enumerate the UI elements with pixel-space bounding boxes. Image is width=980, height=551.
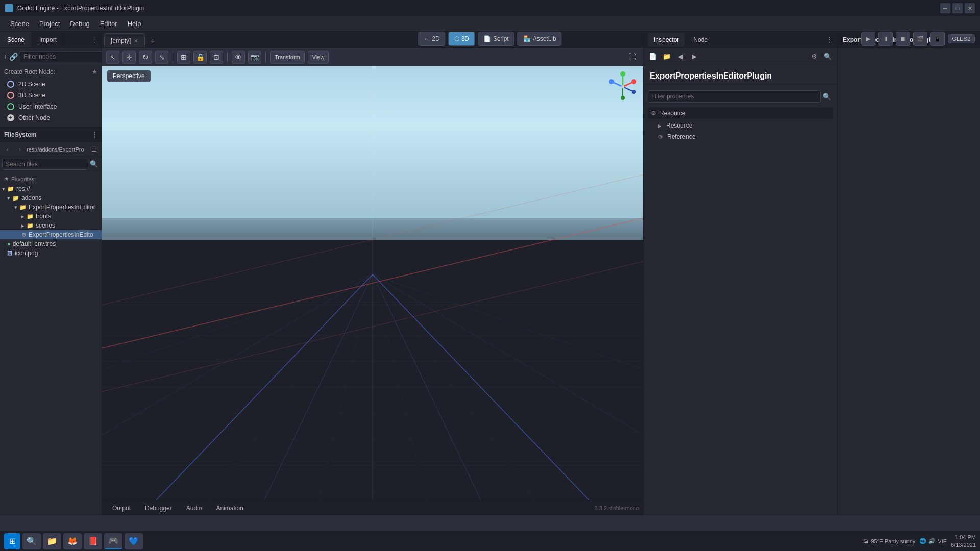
link-node-button[interactable]: 🔗 xyxy=(9,51,18,63)
fs-back-button[interactable]: ‹ xyxy=(2,144,13,155)
taskbar-vscode[interactable]: 💙 xyxy=(125,533,143,549)
node-user-interface[interactable]: User Interface xyxy=(4,101,97,112)
tab-node[interactable]: Node xyxy=(687,33,714,47)
tab-add-button[interactable]: + xyxy=(147,35,159,47)
file-item-export[interactable]: ▾ 📁 ExportPropertiesInEditor xyxy=(0,203,102,212)
view-button[interactable]: 👁 xyxy=(232,51,245,64)
pause-button[interactable]: ⏸ xyxy=(878,32,893,46)
script-button[interactable]: 📄 Script xyxy=(478,32,514,46)
prop-row-reference[interactable]: ⚙ Reference xyxy=(648,131,833,142)
stop-button[interactable]: ⏹ xyxy=(896,32,910,46)
file-item-addons[interactable]: ▾ 📁 addons xyxy=(0,193,102,203)
tab-import[interactable]: Import xyxy=(32,32,64,47)
tab-output[interactable]: Output xyxy=(106,502,137,515)
start-button[interactable]: ⊞ xyxy=(4,533,20,549)
file-item-plugin[interactable]: ⚙ ExportPropertiesInEdito xyxy=(0,230,102,239)
file-item-fronts[interactable]: ▸ 📁 fronts xyxy=(0,212,102,221)
menu-help[interactable]: Help xyxy=(122,18,146,30)
editor-tabs: [empty] × + xyxy=(102,32,643,48)
prop-section-resource: ⚙ Resource ▶ Resource ⚙ Reference xyxy=(648,108,833,142)
taskbar-firefox[interactable]: 🦊 xyxy=(63,533,82,549)
tab-animation[interactable]: Animation xyxy=(210,502,249,515)
node-2d-scene[interactable]: 2D Scene xyxy=(4,79,97,90)
mode-2d-button[interactable]: ↔ 2D xyxy=(418,32,445,46)
insp-back[interactable]: ◀ xyxy=(674,51,687,63)
file-item-res[interactable]: ▾ 📁 res:// xyxy=(0,184,102,193)
assetlib-button[interactable]: 🏪 AssetLib xyxy=(518,32,562,46)
filesystem-search-input[interactable] xyxy=(2,159,88,170)
filter-properties-input[interactable] xyxy=(648,90,821,103)
view-btn[interactable]: View xyxy=(308,51,329,64)
file-item-scenes[interactable]: ▸ 📁 scenes xyxy=(0,221,102,230)
tab-scene[interactable]: Scene xyxy=(0,32,32,47)
mode-3d-button[interactable]: ⬡ 3D xyxy=(449,32,475,46)
snap-button[interactable]: 🔒 xyxy=(193,51,207,64)
gizmo-widget[interactable] xyxy=(607,71,638,102)
img-icon: 🖼 xyxy=(7,250,13,256)
menu-editor[interactable]: Editor xyxy=(95,18,122,30)
gles-badge: GLES2 xyxy=(948,34,975,43)
weather-widget: 🌤 95°F Partly sunny xyxy=(863,538,915,544)
taskbar-acrobat[interactable]: 📕 xyxy=(84,533,102,549)
perspective-label[interactable]: Perspective xyxy=(107,70,151,82)
taskbar-right: 🌤 95°F Partly sunny 🌐 🔊 VIE 1:04 PM 6/13… xyxy=(863,534,976,548)
filter-search-icon[interactable]: 🔍 xyxy=(821,90,833,103)
fullscreen-button[interactable]: ⛶ xyxy=(626,51,639,64)
collapse-icon-export: ▾ xyxy=(14,204,17,211)
create-root-star[interactable]: ★ xyxy=(92,68,97,76)
tab-audio[interactable]: Audio xyxy=(180,502,208,515)
minimize-button[interactable]: ─ xyxy=(940,3,950,13)
menu-scene[interactable]: Scene xyxy=(5,18,34,30)
taskbar-search[interactable]: 🔍 xyxy=(22,533,41,549)
menu-debug[interactable]: Debug xyxy=(65,18,94,30)
rotate-tool-button[interactable]: ↻ xyxy=(139,51,152,64)
filesystem-more[interactable]: ⋮ xyxy=(91,131,97,138)
fs-forward-button[interactable]: › xyxy=(14,144,26,155)
file-item-env[interactable]: ● default_env.tres xyxy=(0,239,102,248)
taskbar-files[interactable]: 📁 xyxy=(43,533,61,549)
play-button[interactable]: ▶ xyxy=(861,32,875,46)
folder-icon-export: 📁 xyxy=(19,204,27,211)
insp-history-back[interactable]: 📄 xyxy=(647,51,659,63)
scene-tabs-more[interactable]: ⋮ xyxy=(87,32,102,47)
tab-close-button[interactable]: × xyxy=(134,37,138,45)
insp-settings[interactable]: ⚙ xyxy=(808,51,820,63)
weather-temp: 95°F Partly sunny xyxy=(871,538,915,544)
tab-debugger[interactable]: Debugger xyxy=(139,502,178,515)
transform-button[interactable]: Transform xyxy=(270,51,305,64)
prop-section-resource-header[interactable]: ⚙ Resource xyxy=(648,108,833,119)
close-button[interactable]: ✕ xyxy=(965,3,975,13)
filter-nodes-input[interactable] xyxy=(20,51,104,62)
add-node-button[interactable]: + xyxy=(3,51,7,63)
insp-search[interactable]: 🔍 xyxy=(822,51,834,63)
camera-button[interactable]: 📷 xyxy=(248,51,261,64)
prop-label-resource: Resource xyxy=(666,122,692,129)
filesystem-search-button[interactable]: 🔍 xyxy=(88,159,100,170)
editor-tab-empty[interactable]: [empty] × xyxy=(104,33,145,47)
scene-tabs: Scene Import ⋮ xyxy=(0,32,102,48)
tab-inspector[interactable]: Inspector xyxy=(648,33,685,47)
grid-button[interactable]: ⊞ xyxy=(177,51,190,64)
insp-forward[interactable]: ▶ xyxy=(688,51,700,63)
insp-history-fwd[interactable]: 📁 xyxy=(660,51,673,63)
node-other[interactable]: + Other Node xyxy=(4,112,97,123)
scale-tool-button[interactable]: ⤡ xyxy=(155,51,168,64)
toolbar-sep-2 xyxy=(227,52,228,63)
movie-button[interactable]: 🎬 xyxy=(913,32,927,46)
move-tool-button[interactable]: ✛ xyxy=(122,51,136,64)
fs-layout-button[interactable]: ☰ xyxy=(88,144,100,155)
menu-project[interactable]: Project xyxy=(34,18,65,30)
select-tool-button[interactable]: ↖ xyxy=(106,51,119,64)
viewport-3d[interactable]: Perspective xyxy=(102,66,643,500)
inspector-more[interactable]: ⋮ xyxy=(826,36,833,43)
file-item-icon[interactable]: 🖼 icon.png xyxy=(0,248,102,258)
network-icon: 🌐 xyxy=(919,538,926,544)
restore-button[interactable]: □ xyxy=(952,3,963,13)
left-panel: Scene Import ⋮ + 🔗 🔍 Create Root Node: ★… xyxy=(0,32,102,515)
prop-row-resource[interactable]: ▶ Resource xyxy=(648,120,833,131)
expand-icon-fronts: ▸ xyxy=(21,213,24,220)
local-button[interactable]: ⊡ xyxy=(210,51,223,64)
deploy-button[interactable]: 📱 xyxy=(930,32,945,46)
taskbar-godot[interactable]: 🎮 xyxy=(104,533,122,549)
node-3d-scene[interactable]: 3D Scene xyxy=(4,90,97,101)
